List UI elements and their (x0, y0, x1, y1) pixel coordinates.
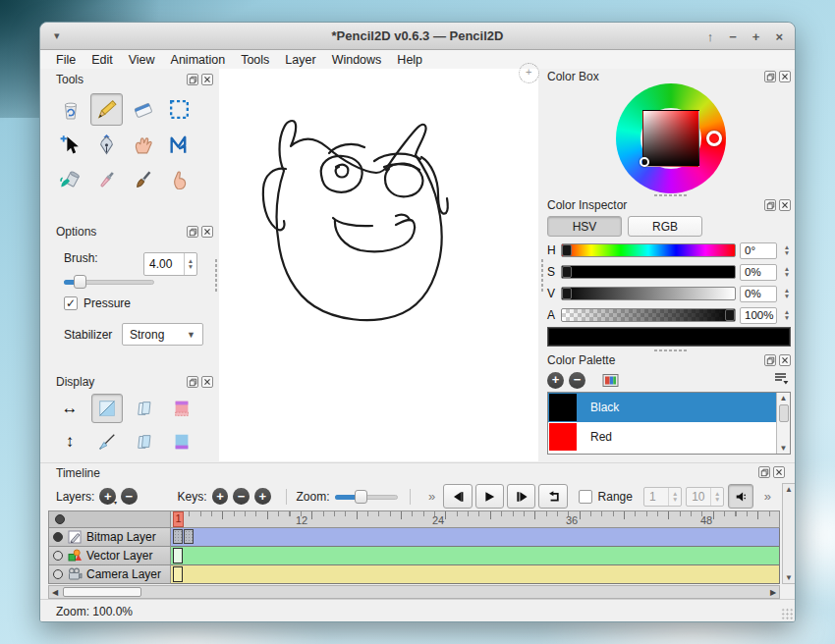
remove-layer-button[interactable]: − (121, 488, 138, 505)
close-panel-icon[interactable] (201, 226, 213, 238)
spinner-arrows-icon[interactable]: ▲▼ (781, 266, 793, 278)
spinner-arrows-icon[interactable]: ▲▼ (781, 244, 793, 256)
close-panel-icon[interactable] (201, 74, 213, 85)
current-frame-marker[interactable]: 1 (173, 511, 184, 527)
scroll-left-icon[interactable]: ◀ (49, 588, 61, 597)
spinner-arrows-icon[interactable]: ▲▼ (781, 288, 793, 299)
minimize-button[interactable]: − (729, 29, 737, 44)
alpha-slider-handle[interactable] (725, 309, 735, 321)
menu-tools[interactable]: Tools (233, 51, 277, 69)
palette-image-button[interactable] (602, 373, 619, 388)
saturation-slider[interactable] (561, 265, 736, 279)
window-menu-button[interactable]: ▾ (54, 29, 60, 42)
remove-key-button[interactable]: − (233, 488, 250, 505)
float-panel-icon[interactable] (758, 466, 770, 478)
brush-tool-button[interactable] (127, 164, 159, 196)
resize-grip[interactable] (781, 608, 794, 620)
scroll-right-icon[interactable]: ▶ (767, 588, 779, 597)
layer-visibility-toggle[interactable] (53, 551, 63, 561)
remove-color-button[interactable]: − (569, 372, 585, 389)
move-tool-button[interactable] (54, 129, 86, 161)
palette-swatch-black[interactable]: Black (548, 393, 790, 422)
onion-prev-color-button[interactable] (166, 394, 197, 423)
overflow-right-icon[interactable]: » (764, 489, 771, 504)
mirror-y-button[interactable] (91, 427, 123, 456)
range-end-spinbox[interactable]: 10 ▲▼ (686, 487, 724, 507)
saturation-value-square[interactable] (642, 110, 699, 167)
float-panel-icon[interactable] (764, 71, 776, 82)
saturation-slider-handle[interactable] (562, 266, 572, 278)
play-button[interactable] (475, 484, 504, 509)
maximize-button[interactable]: + (752, 29, 760, 44)
timeline-vertical-scrollbar[interactable]: ▲ ▼ (782, 483, 796, 584)
flip-vertical-button[interactable]: ↕ (54, 427, 85, 456)
float-panel-icon[interactable] (187, 226, 198, 238)
hue-spinbox[interactable]: 0° (740, 242, 777, 259)
menu-windows[interactable]: Windows (324, 51, 390, 69)
close-panel-icon[interactable] (779, 71, 791, 82)
sound-button[interactable] (728, 484, 752, 509)
clear-tool-button[interactable] (54, 93, 86, 126)
spinner-arrows-icon[interactable]: ▲▼ (781, 309, 793, 321)
vector-layer-row[interactable]: Vector Layer (48, 547, 780, 565)
hue-slider[interactable] (561, 243, 736, 257)
next-frame-button[interactable] (507, 484, 535, 509)
palette-scrollbar[interactable]: ▲ ▼ (776, 393, 790, 454)
hand-tool-button[interactable] (127, 129, 159, 161)
brush-size-spinbox[interactable]: 4.00 ▲▼ (143, 252, 197, 276)
float-panel-icon[interactable] (187, 74, 198, 85)
timeline-ruler[interactable]: 1 12 24 36 48 (48, 510, 780, 528)
bucket-tool-button[interactable] (54, 164, 86, 196)
alpha-spinbox[interactable]: 100% (740, 307, 777, 324)
splitter-handle[interactable] (540, 258, 544, 292)
layer-visibility-toggle[interactable] (53, 569, 63, 579)
scroll-down-icon[interactable]: ▼ (780, 444, 788, 453)
saturation-spinbox[interactable]: 0% (740, 264, 777, 281)
menu-layer[interactable]: Layer (277, 51, 323, 69)
float-panel-icon[interactable] (764, 354, 776, 366)
value-spinbox[interactable]: 0% (740, 286, 777, 302)
keyframe[interactable] (184, 529, 194, 544)
range-start-spinbox[interactable]: 1 ▲▼ (643, 487, 682, 507)
sv-selector[interactable] (640, 157, 649, 167)
layer-visibility-toggle[interactable] (53, 532, 63, 542)
close-panel-icon[interactable] (779, 354, 791, 366)
pressure-checkbox[interactable]: ✓ (64, 296, 78, 310)
close-button[interactable]: × (775, 29, 783, 44)
flip-horizontal-button[interactable]: ↔ (54, 394, 85, 423)
menu-view[interactable]: View (121, 51, 163, 69)
close-panel-icon[interactable] (773, 466, 785, 478)
eyedropper-tool-button[interactable] (90, 164, 123, 196)
shade-button[interactable]: ↑ (707, 29, 714, 44)
select-tool-button[interactable] (163, 93, 195, 126)
loop-button[interactable] (538, 484, 567, 509)
eraser-tool-button[interactable] (127, 93, 159, 126)
onion-skin-prev-button[interactable] (129, 394, 160, 423)
prev-frame-button[interactable] (443, 484, 472, 509)
timeline-zoom-slider[interactable] (335, 490, 399, 504)
camera-layer-lane[interactable] (171, 565, 780, 584)
brush-size-slider[interactable] (64, 275, 154, 289)
keyframe[interactable] (173, 529, 183, 544)
tab-rgb[interactable]: RGB (628, 216, 702, 237)
tab-hsv[interactable]: HSV (547, 216, 622, 237)
add-layer-button[interactable]: +▾ (99, 488, 116, 505)
pen-tool-button[interactable] (90, 129, 123, 161)
add-color-button[interactable]: + (547, 372, 564, 389)
onion-next-color-button[interactable] (166, 427, 197, 456)
hue-slider-handle[interactable] (562, 244, 572, 256)
scroll-down-icon[interactable]: ▼ (785, 573, 793, 582)
polyline-tool-button[interactable] (163, 129, 195, 161)
timeline-zoom-handle[interactable] (355, 490, 367, 504)
vector-layer-lane[interactable] (171, 547, 780, 565)
mirror-x-button[interactable] (91, 394, 123, 423)
layer-visibility-header-icon[interactable] (55, 514, 65, 524)
scrollbar-thumb[interactable] (63, 587, 141, 597)
titlebar[interactable]: ▾ *Pencil2D v0.6.3 — Pencil2D ↑ − + × (40, 23, 795, 50)
close-panel-icon[interactable] (779, 199, 791, 211)
menu-animation[interactable]: Animation (163, 51, 234, 69)
alpha-slider[interactable] (561, 308, 736, 322)
frame-ruler[interactable]: 1 12 24 36 48 (171, 510, 780, 528)
palette-swatch-red[interactable]: Red (548, 422, 790, 452)
drawing-canvas[interactable] (219, 69, 538, 461)
